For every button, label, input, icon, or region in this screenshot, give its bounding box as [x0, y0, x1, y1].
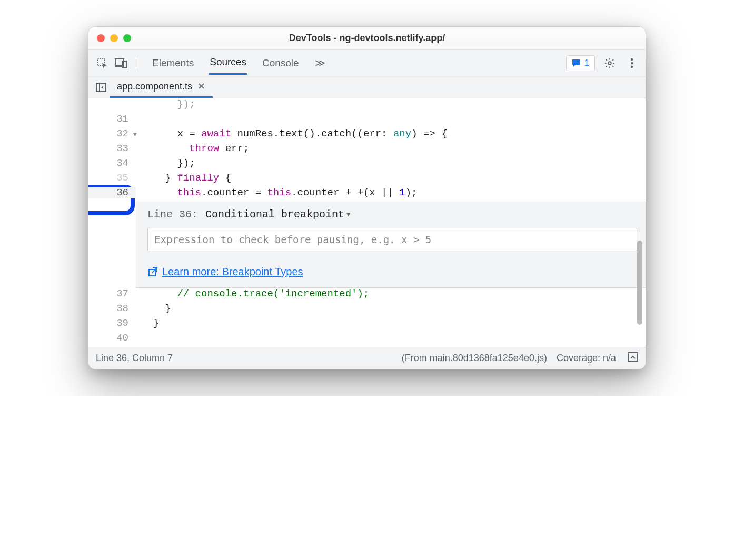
svg-point-6 — [631, 65, 633, 67]
panel-tabs: Elements Sources Console ≫ — [151, 51, 326, 75]
line-number[interactable]: 31 — [88, 113, 136, 125]
code-line: throw err; — [136, 143, 249, 154]
breakpoint-type-dropdown[interactable]: Conditional breakpoint▼ — [205, 208, 350, 221]
scrollbar-thumb[interactable] — [637, 241, 642, 325]
issues-count: 1 — [584, 58, 589, 68]
code-line: } — [136, 317, 159, 329]
source-file-link[interactable]: main.80d1368fa125e4e0.js — [430, 353, 544, 363]
maximize-window-button[interactable] — [123, 34, 131, 42]
close-window-button[interactable] — [97, 34, 105, 42]
code-line: } finally { — [136, 172, 231, 184]
line-number[interactable]: 40 — [88, 332, 136, 344]
kebab-menu-icon[interactable] — [624, 56, 639, 71]
svg-point-4 — [631, 58, 633, 60]
window-title: DevTools - ng-devtools.netlify.app/ — [88, 33, 646, 44]
line-number[interactable]: 39 — [88, 317, 136, 329]
device-toolbar-icon[interactable] — [114, 56, 128, 71]
breakpoint-condition-input[interactable] — [147, 228, 637, 251]
issues-chip[interactable]: 1 — [566, 55, 595, 71]
breakpoint-line-label: Line 36: — [147, 208, 198, 221]
code-line: }); — [136, 157, 195, 169]
code-line: x = await numRes.text().catch((err: any)… — [136, 128, 448, 139]
from-label: (From — [402, 353, 430, 363]
file-tab-app-component[interactable]: app.component.ts ✕ — [110, 76, 213, 98]
tab-sources[interactable]: Sources — [209, 51, 247, 75]
svg-point-3 — [608, 62, 611, 65]
main-toolbar: Elements Sources Console ≫ 1 — [88, 50, 646, 76]
traffic-lights — [97, 34, 131, 42]
chevron-down-icon: ▼ — [346, 211, 350, 218]
line-number[interactable]: 38 — [88, 303, 136, 314]
tab-console[interactable]: Console — [261, 52, 300, 74]
svg-point-5 — [631, 62, 633, 64]
file-tab-label: app.component.ts — [117, 81, 192, 92]
line-number[interactable]: 32▼ — [88, 128, 136, 139]
external-link-icon — [147, 267, 158, 277]
learn-more-link[interactable]: Learn more: Breakpoint Types — [162, 266, 303, 278]
status-bar: Line 36, Column 7 (From main.80d1368fa12… — [88, 347, 646, 369]
line-number[interactable]: 37 — [88, 288, 136, 299]
cursor-position: Line 36, Column 7 — [96, 353, 173, 364]
coverage-status: Coverage: n/a — [557, 353, 616, 364]
code-line: this.counter = this.counter + +(x || 1); — [136, 187, 418, 198]
breakpoint-editor-panel: Line 36: Conditional breakpoint▼ Learn m… — [136, 202, 646, 288]
settings-icon[interactable] — [602, 56, 617, 71]
tab-overflow[interactable]: ≫ — [314, 52, 326, 74]
inspect-element-icon[interactable] — [95, 56, 110, 71]
navigator-toggle-icon[interactable] — [93, 76, 110, 98]
line-number[interactable]: 35 — [88, 172, 136, 184]
console-drawer-toggle-icon[interactable] — [628, 352, 638, 364]
minimize-window-button[interactable] — [110, 34, 118, 42]
line-number[interactable]: 33 — [88, 143, 136, 154]
line-number[interactable]: 34 — [88, 157, 136, 169]
titlebar: DevTools - ng-devtools.netlify.app/ — [88, 27, 646, 50]
file-tab-row: app.component.ts ✕ — [88, 76, 646, 98]
code-editor[interactable]: }); 31 32▼ x = await numRes.text().catch… — [88, 98, 646, 347]
code-line: // console.trace('incremented'); — [136, 288, 369, 299]
fold-icon[interactable]: ▼ — [133, 131, 137, 138]
code-line: } — [136, 303, 171, 314]
tab-elements[interactable]: Elements — [151, 52, 195, 74]
line-number-highlighted[interactable]: 36 — [88, 187, 136, 198]
close-tab-icon[interactable]: ✕ — [197, 81, 205, 92]
toolbar-divider — [137, 56, 137, 70]
devtools-window: DevTools - ng-devtools.netlify.app/ Elem… — [88, 26, 646, 369]
code-line: }); — [136, 98, 195, 110]
